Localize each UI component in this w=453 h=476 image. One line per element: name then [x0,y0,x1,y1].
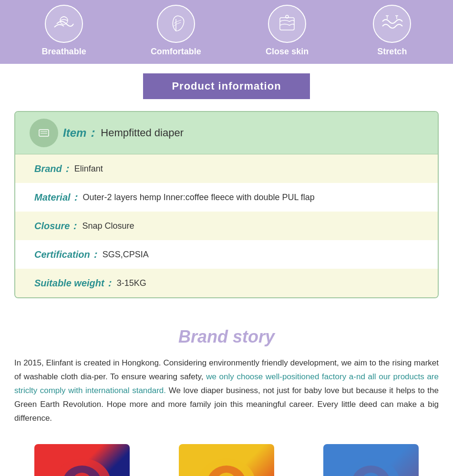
product-image-red [34,444,130,476]
weight-label: Suitable weight： [34,277,114,290]
stretch-icon-circle [373,5,411,43]
certification-value: SGS,CPSIA [103,250,149,260]
product-info-header: Product information [14,73,439,99]
weight-row: Suitable weight： 3-15KG [15,269,438,297]
closure-row: Closure： Snap Closure [15,212,438,240]
material-row: Material： Outer-2 layers hemp Inner:coff… [15,183,438,212]
brand-label: Brand： [34,162,72,175]
product-image-blue [323,444,419,476]
brand-value: Elinfant [74,164,103,174]
feature-stretch: Stretch [373,5,411,57]
breathable-label: Breathable [42,47,86,57]
brand-row: Brand： Elinfant [15,154,438,183]
certification-row: Certification： SGS,CPSIA [15,240,438,269]
close-skin-label: Close skin [266,47,309,57]
feature-breathable: Breathable [42,5,86,57]
info-table: Item： Hempfitted diaper Brand： Elinfant … [14,111,439,298]
item-icon-circle [30,119,58,147]
svg-rect-1 [280,18,294,30]
material-label: Material： [34,191,80,204]
weight-value: 3-15KG [117,278,146,288]
product-image-yellow [179,444,274,476]
product-info-badge: Product information [143,73,309,99]
item-value: Hempfitted diaper [101,127,184,139]
feature-comfortable: Comfortable [151,5,201,57]
comfortable-label: Comfortable [151,47,201,57]
closure-value: Snap Closure [82,221,134,231]
item-icon-cell [25,119,63,147]
svg-rect-3 [39,130,49,136]
closure-label: Closure： [34,220,79,233]
item-label: Item： [63,125,98,141]
close-skin-icon-circle [268,5,306,43]
breathable-icon-circle [45,5,83,43]
feature-close-skin: Close skin [266,5,309,57]
brand-story-text: In 2015, Elinfant is created in Hongkong… [14,356,439,425]
item-row: Item： Hempfitted diaper [15,112,438,154]
certification-label: Certification： [34,248,100,261]
brand-story-section: Brand story In 2015, Elinfant is created… [0,313,453,435]
stretch-label: Stretch [377,47,407,57]
brand-story-title: Brand story [14,327,439,347]
comfortable-icon-circle [157,5,195,43]
bottom-product-images [0,435,453,476]
product-info-section: Product information Item： Hempfitted dia… [0,64,453,313]
feature-banner: Breathable Comfortable Close skin [0,0,453,64]
material-value: Outer-2 layers hemp Inner:coffee fleece … [83,192,315,203]
